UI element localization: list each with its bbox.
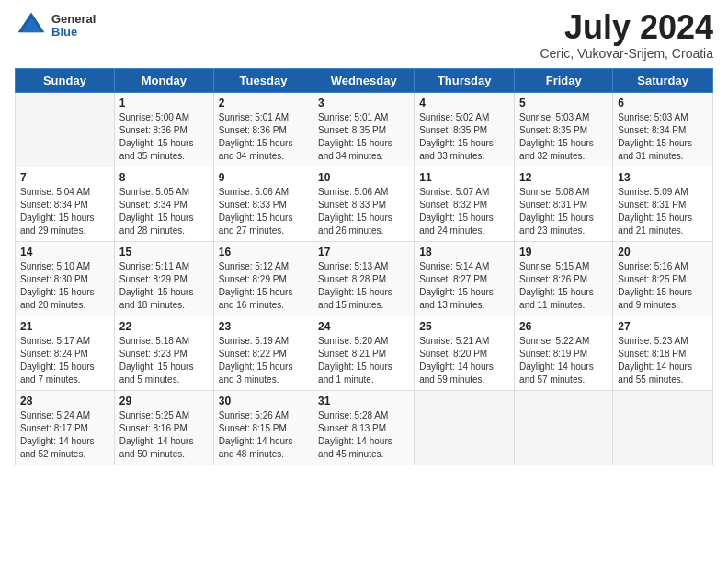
calendar-table: SundayMondayTuesdayWednesdayThursdayFrid… xyxy=(15,68,713,465)
day-number: 26 xyxy=(519,320,608,333)
day-number: 25 xyxy=(419,320,509,333)
day-number: 12 xyxy=(519,171,608,184)
day-number: 5 xyxy=(519,97,608,109)
calendar-cell: 30Sunrise: 5:26 AM Sunset: 8:15 PM Dayli… xyxy=(213,390,313,465)
calendar-cell: 2Sunrise: 5:01 AM Sunset: 8:36 PM Daylig… xyxy=(213,92,313,167)
calendar-cell: 28Sunrise: 5:24 AM Sunset: 8:17 PM Dayli… xyxy=(16,390,115,465)
calendar-cell: 26Sunrise: 5:22 AM Sunset: 8:19 PM Dayli… xyxy=(515,316,613,390)
calendar-cell: 1Sunrise: 5:00 AM Sunset: 8:36 PM Daylig… xyxy=(114,92,213,167)
calendar-cell xyxy=(415,390,515,465)
logo-general: General xyxy=(51,13,96,26)
day-info: Sunrise: 5:05 AM Sunset: 8:34 PM Dayligh… xyxy=(119,186,209,237)
calendar-cell: 6Sunrise: 5:03 AM Sunset: 8:34 PM Daylig… xyxy=(613,92,713,167)
day-info: Sunrise: 5:19 AM Sunset: 8:22 PM Dayligh… xyxy=(219,335,308,386)
logo-icon xyxy=(15,9,48,42)
weekday-header-tuesday: Tuesday xyxy=(213,68,313,92)
calendar-cell xyxy=(16,92,115,167)
page: General Blue July 2024 Ceric, Vukovar-Sr… xyxy=(0,0,728,480)
day-info: Sunrise: 5:06 AM Sunset: 8:33 PM Dayligh… xyxy=(219,186,308,237)
weekday-header-wednesday: Wednesday xyxy=(313,68,415,92)
calendar-cell: 8Sunrise: 5:05 AM Sunset: 8:34 PM Daylig… xyxy=(114,167,213,241)
day-number: 19 xyxy=(519,246,608,259)
day-number: 14 xyxy=(20,246,109,259)
logo-text: General Blue xyxy=(51,13,96,40)
title-block: July 2024 Ceric, Vukovar-Srijem, Croatia xyxy=(540,9,713,61)
calendar-cell: 27Sunrise: 5:23 AM Sunset: 8:18 PM Dayli… xyxy=(613,316,713,390)
calendar-cell: 23Sunrise: 5:19 AM Sunset: 8:22 PM Dayli… xyxy=(213,316,313,390)
day-info: Sunrise: 5:03 AM Sunset: 8:35 PM Dayligh… xyxy=(519,111,608,163)
day-info: Sunrise: 5:00 AM Sunset: 8:36 PM Dayligh… xyxy=(119,111,209,163)
day-number: 31 xyxy=(318,395,409,408)
calendar-cell: 3Sunrise: 5:01 AM Sunset: 8:35 PM Daylig… xyxy=(313,92,415,167)
day-number: 16 xyxy=(219,246,308,259)
day-number: 1 xyxy=(119,97,209,109)
day-number: 4 xyxy=(419,97,509,109)
day-info: Sunrise: 5:06 AM Sunset: 8:33 PM Dayligh… xyxy=(318,186,409,237)
day-info: Sunrise: 5:25 AM Sunset: 8:16 PM Dayligh… xyxy=(119,409,209,461)
calendar-cell: 5Sunrise: 5:03 AM Sunset: 8:35 PM Daylig… xyxy=(515,92,613,167)
day-number: 11 xyxy=(419,171,509,184)
day-info: Sunrise: 5:12 AM Sunset: 8:29 PM Dayligh… xyxy=(219,260,308,312)
header: General Blue July 2024 Ceric, Vukovar-Sr… xyxy=(15,9,713,61)
day-number: 9 xyxy=(219,171,308,184)
day-number: 6 xyxy=(618,97,708,109)
calendar-week-row: 28Sunrise: 5:24 AM Sunset: 8:17 PM Dayli… xyxy=(16,390,713,465)
day-info: Sunrise: 5:13 AM Sunset: 8:28 PM Dayligh… xyxy=(318,260,409,312)
calendar-cell: 25Sunrise: 5:21 AM Sunset: 8:20 PM Dayli… xyxy=(415,316,515,390)
calendar-cell: 31Sunrise: 5:28 AM Sunset: 8:13 PM Dayli… xyxy=(313,390,415,465)
day-number: 28 xyxy=(20,395,109,408)
weekday-header-saturday: Saturday xyxy=(613,68,713,92)
day-info: Sunrise: 5:07 AM Sunset: 8:32 PM Dayligh… xyxy=(419,186,509,237)
calendar-cell: 22Sunrise: 5:18 AM Sunset: 8:23 PM Dayli… xyxy=(114,316,213,390)
day-number: 30 xyxy=(219,395,308,408)
weekday-header-sunday: Sunday xyxy=(16,68,115,92)
calendar-cell: 15Sunrise: 5:11 AM Sunset: 8:29 PM Dayli… xyxy=(114,241,213,316)
calendar-cell xyxy=(613,390,713,465)
calendar-cell: 7Sunrise: 5:04 AM Sunset: 8:34 PM Daylig… xyxy=(16,167,115,241)
day-info: Sunrise: 5:17 AM Sunset: 8:24 PM Dayligh… xyxy=(20,335,109,386)
day-info: Sunrise: 5:08 AM Sunset: 8:31 PM Dayligh… xyxy=(519,186,608,237)
calendar-cell: 11Sunrise: 5:07 AM Sunset: 8:32 PM Dayli… xyxy=(415,167,515,241)
day-number: 23 xyxy=(219,320,308,333)
calendar-week-row: 21Sunrise: 5:17 AM Sunset: 8:24 PM Dayli… xyxy=(16,316,713,390)
calendar-cell: 17Sunrise: 5:13 AM Sunset: 8:28 PM Dayli… xyxy=(313,241,415,316)
day-info: Sunrise: 5:20 AM Sunset: 8:21 PM Dayligh… xyxy=(318,335,409,386)
calendar-week-row: 14Sunrise: 5:10 AM Sunset: 8:30 PM Dayli… xyxy=(16,241,713,316)
day-info: Sunrise: 5:14 AM Sunset: 8:27 PM Dayligh… xyxy=(419,260,509,312)
calendar-cell: 10Sunrise: 5:06 AM Sunset: 8:33 PM Dayli… xyxy=(313,167,415,241)
day-info: Sunrise: 5:04 AM Sunset: 8:34 PM Dayligh… xyxy=(20,186,109,237)
calendar-cell: 13Sunrise: 5:09 AM Sunset: 8:31 PM Dayli… xyxy=(613,167,713,241)
calendar-cell: 20Sunrise: 5:16 AM Sunset: 8:25 PM Dayli… xyxy=(613,241,713,316)
day-number: 2 xyxy=(219,97,308,109)
calendar-cell: 12Sunrise: 5:08 AM Sunset: 8:31 PM Dayli… xyxy=(515,167,613,241)
day-number: 15 xyxy=(119,246,209,259)
day-info: Sunrise: 5:23 AM Sunset: 8:18 PM Dayligh… xyxy=(618,335,708,386)
month-year-title: July 2024 xyxy=(540,9,713,46)
day-number: 22 xyxy=(119,320,209,333)
day-info: Sunrise: 5:01 AM Sunset: 8:36 PM Dayligh… xyxy=(219,111,308,163)
day-number: 24 xyxy=(318,320,409,333)
day-info: Sunrise: 5:15 AM Sunset: 8:26 PM Dayligh… xyxy=(519,260,608,312)
day-number: 21 xyxy=(20,320,109,333)
day-info: Sunrise: 5:10 AM Sunset: 8:30 PM Dayligh… xyxy=(20,260,109,312)
logo-blue: Blue xyxy=(51,26,96,39)
day-number: 7 xyxy=(20,171,109,184)
day-info: Sunrise: 5:26 AM Sunset: 8:15 PM Dayligh… xyxy=(219,409,308,461)
location-subtitle: Ceric, Vukovar-Srijem, Croatia xyxy=(540,46,713,61)
day-info: Sunrise: 5:22 AM Sunset: 8:19 PM Dayligh… xyxy=(519,335,608,386)
day-number: 3 xyxy=(318,97,409,109)
day-number: 29 xyxy=(119,395,209,408)
weekday-header-thursday: Thursday xyxy=(415,68,515,92)
day-number: 20 xyxy=(618,246,708,259)
day-number: 10 xyxy=(318,171,409,184)
day-info: Sunrise: 5:01 AM Sunset: 8:35 PM Dayligh… xyxy=(318,111,409,163)
day-info: Sunrise: 5:28 AM Sunset: 8:13 PM Dayligh… xyxy=(318,409,409,461)
logo: General Blue xyxy=(15,9,96,42)
day-number: 18 xyxy=(419,246,509,259)
calendar-cell: 18Sunrise: 5:14 AM Sunset: 8:27 PM Dayli… xyxy=(415,241,515,316)
day-number: 17 xyxy=(318,246,409,259)
calendar-cell: 4Sunrise: 5:02 AM Sunset: 8:35 PM Daylig… xyxy=(415,92,515,167)
calendar-cell: 9Sunrise: 5:06 AM Sunset: 8:33 PM Daylig… xyxy=(213,167,313,241)
weekday-header-row: SundayMondayTuesdayWednesdayThursdayFrid… xyxy=(16,68,713,92)
day-number: 8 xyxy=(119,171,209,184)
